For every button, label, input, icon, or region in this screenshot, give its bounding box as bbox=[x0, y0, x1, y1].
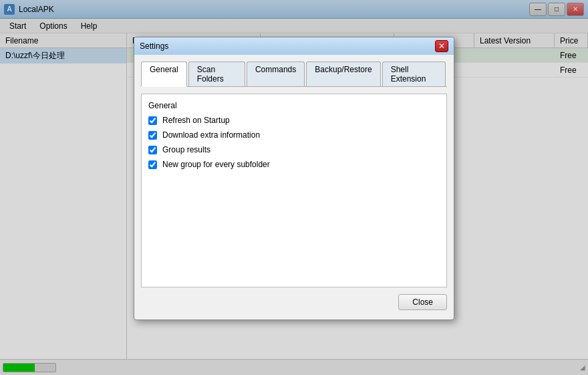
checkbox-group[interactable] bbox=[148, 146, 157, 154]
dialog-footer: Close bbox=[141, 294, 447, 313]
checkbox-row-download: Download extra information bbox=[148, 130, 440, 140]
checkbox-row-group: Group results bbox=[148, 145, 440, 154]
tab-bar: General Scan Folders Commands Backup/Res… bbox=[141, 61, 447, 87]
checkbox-group-label: Group results bbox=[162, 145, 210, 154]
tab-commands[interactable]: Commands bbox=[247, 61, 305, 86]
dialog-body: General Scan Folders Commands Backup/Res… bbox=[134, 55, 454, 320]
checkbox-refresh[interactable] bbox=[148, 116, 157, 125]
tab-shell-extension[interactable]: Shell Extension bbox=[382, 61, 446, 86]
checkbox-new-group-label: New group for every subfolder bbox=[162, 160, 270, 169]
tab-scan-folders[interactable]: Scan Folders bbox=[188, 61, 245, 86]
settings-dialog: Settings ✕ General Scan Folders Commands… bbox=[134, 37, 454, 320]
modal-overlay: Settings ✕ General Scan Folders Commands… bbox=[0, 0, 588, 375]
tab-backup-restore[interactable]: Backup/Restore bbox=[306, 61, 380, 86]
checkbox-download-label: Download extra information bbox=[162, 130, 260, 140]
dialog-content-area: General Refresh on Startup Download extr… bbox=[141, 94, 447, 287]
checkbox-new-group[interactable] bbox=[148, 160, 157, 169]
dialog-close-button[interactable]: Close bbox=[398, 294, 447, 310]
dialog-close-icon-button[interactable]: ✕ bbox=[435, 40, 448, 52]
dialog-title: Settings bbox=[140, 41, 435, 51]
dialog-title-bar: Settings ✕ bbox=[134, 37, 454, 55]
group-label: General bbox=[148, 101, 440, 110]
checkbox-row-refresh: Refresh on Startup bbox=[148, 116, 440, 125]
checkbox-row-new-group: New group for every subfolder bbox=[148, 160, 440, 169]
tab-general[interactable]: General bbox=[141, 61, 187, 87]
checkbox-download[interactable] bbox=[148, 131, 157, 140]
checkbox-refresh-label: Refresh on Startup bbox=[162, 116, 230, 125]
